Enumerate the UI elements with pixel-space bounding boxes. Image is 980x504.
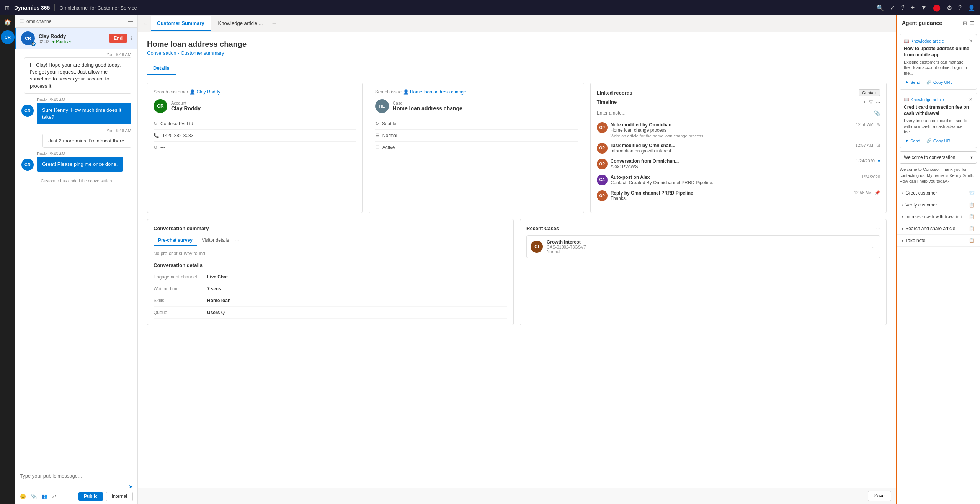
- contact-item[interactable]: CR 💬 Clay Roddy 02:32 ● Positive End ℹ: [15, 28, 137, 49]
- step-left-3: › Search and share article: [902, 226, 955, 231]
- tl-header-3: Auto-post on Alex 1/24/2020: [611, 175, 880, 180]
- contact-nav-icon[interactable]: CR: [1, 30, 15, 44]
- timeline-more-icon[interactable]: ···: [876, 99, 880, 105]
- chat-input[interactable]: [20, 469, 133, 483]
- kc-close-1[interactable]: ✕: [969, 97, 973, 102]
- emoji-icon[interactable]: 😊: [20, 494, 26, 499]
- message-row-cr-1: David, 9:46 AM CR Sure Kenny! How much t…: [21, 98, 131, 124]
- tab-knowledge-article[interactable]: Knowledge article ...: [212, 16, 269, 31]
- step-chevron-3: ›: [902, 227, 903, 231]
- settings-icon[interactable]: ⚙: [947, 4, 952, 11]
- home-icon[interactable]: 🏠: [4, 18, 11, 26]
- nav-icons: 🔍 ✓ ? + ▼ ⬤ ⚙ ? 👤: [876, 3, 975, 12]
- kc-actions-0: ➤ Send 🔗 Copy URL: [904, 79, 973, 85]
- visitor-tab[interactable]: Visitor details: [197, 235, 234, 246]
- tl-action-icon-1[interactable]: ☑: [876, 143, 880, 148]
- tab-customer-summary[interactable]: Customer Summary: [151, 16, 211, 31]
- location-icon: ↻: [375, 121, 379, 126]
- lightbulb-icon[interactable]: ?: [901, 4, 905, 11]
- tl-content-0: Note modified by Omnichan... 12:58 AM Ho…: [611, 122, 874, 138]
- help-icon[interactable]: ?: [958, 4, 962, 11]
- app-logo: Dynamics 365: [14, 5, 50, 11]
- search-icon[interactable]: 🔍: [876, 4, 884, 11]
- send-arrow-icon[interactable]: ➤: [129, 484, 133, 489]
- case-item-more-0[interactable]: ···: [872, 244, 876, 250]
- minimize-icon[interactable]: —: [128, 18, 133, 24]
- cr-avatar-2: CR: [21, 159, 34, 171]
- book-icon-0: 📖: [904, 39, 909, 44]
- panel-menu-icon[interactable]: ☰: [970, 20, 975, 26]
- tl-pin-icon-4[interactable]: 📌: [875, 190, 880, 195]
- step-item-0[interactable]: › Greet customer 📨: [897, 187, 980, 199]
- steps-list: › Greet customer 📨 › Verify customer 📋 ›: [897, 187, 980, 247]
- timeline-add-icon[interactable]: +: [863, 99, 866, 105]
- nav-separator: [54, 4, 55, 11]
- note-row: 📎: [597, 108, 880, 118]
- filter-icon[interactable]: ▼: [921, 4, 927, 11]
- customer-link[interactable]: 👤 Clay Roddy: [189, 89, 220, 95]
- book-icon-1: 📖: [904, 97, 909, 102]
- tl-action-icon-0[interactable]: ✎: [877, 122, 880, 127]
- step-chevron-0: ›: [902, 191, 903, 195]
- plus-icon[interactable]: +: [911, 4, 915, 12]
- detail-tab-details[interactable]: Details: [147, 62, 176, 75]
- recent-cases-more[interactable]: ···: [876, 226, 880, 231]
- kc-send-btn-0[interactable]: ➤ Send: [904, 79, 922, 85]
- issue-link[interactable]: 👤 Home loan address change: [403, 89, 466, 95]
- kc-close-0[interactable]: ✕: [969, 38, 973, 44]
- step-left-0: › Greet customer: [902, 190, 937, 196]
- msg-timestamp-2: You, 9:48 AM: [21, 128, 131, 133]
- checkmark-icon[interactable]: ✓: [890, 4, 895, 11]
- attachment-note-icon[interactable]: 📎: [874, 110, 880, 116]
- end-button[interactable]: End: [109, 34, 127, 43]
- recent-cases-title: Recent Cases: [526, 226, 559, 231]
- grid-icon[interactable]: ⊞: [5, 4, 10, 11]
- sender-name-1: David, 9:46 AM: [37, 98, 131, 102]
- left-sidebar: ☰ omnichannel — CR 💬 Clay Roddy 02:32 ● …: [15, 15, 138, 504]
- conv-row-2: Skills Home loan: [154, 295, 507, 307]
- timeline-actions: + ▽ ···: [863, 99, 880, 105]
- timeline-item-4: OP Reply by Omnichannel PRRD Pipeline 12…: [597, 190, 880, 202]
- timeline-header: Timeline + ▽ ···: [597, 99, 880, 105]
- save-bar: Save: [138, 488, 896, 504]
- message-row-cr-2: David, 9:46 AM CR Great! Please ping me …: [21, 152, 131, 172]
- transfer-icon[interactable]: ⇄: [52, 494, 56, 499]
- kc-copy-btn-0[interactable]: 🔗 Copy URL: [925, 79, 954, 85]
- tab-back-icon[interactable]: ←: [142, 21, 148, 27]
- step-icon-1: 📋: [969, 202, 975, 208]
- hamburger-icon[interactable]: ☰: [20, 19, 24, 24]
- tabs-more[interactable]: ···: [234, 235, 241, 246]
- timeline-item-3: CA Auto-post on Alex 1/24/2020 Contact: …: [597, 175, 880, 186]
- recent-case-item-0[interactable]: GI Growth Interest CAS-01002-T3GSV7 Norm…: [526, 235, 880, 258]
- script-dropdown-label: Welcome to conversation: [904, 155, 956, 160]
- panel-collapse-icon[interactable]: ⊞: [963, 20, 967, 26]
- step-item-3[interactable]: › Search and share article 📋: [897, 223, 980, 235]
- notification-icon[interactable]: ⬤: [933, 3, 941, 12]
- case-subtitle[interactable]: Conversation - Customer summary: [147, 50, 887, 56]
- person-icon[interactable]: 👤: [968, 4, 975, 11]
- app-name: Dynamics 365: [14, 5, 50, 11]
- script-dropdown[interactable]: Welcome to conversation ▾: [900, 151, 977, 164]
- prechat-tab[interactable]: Pre-chat survey: [154, 235, 197, 246]
- attachment-icon[interactable]: 📎: [31, 494, 37, 499]
- chat-input-area: ➤ 😊 📎 👥 ⇄ Public Internal: [15, 466, 137, 504]
- timeline-filter-icon[interactable]: ▽: [869, 99, 873, 105]
- step-item-4[interactable]: › Take note 📋: [897, 235, 980, 247]
- chat-footer-icons: 😊 📎 👥 ⇄: [20, 494, 56, 499]
- step-left-4: › Take note: [902, 238, 925, 243]
- internal-button[interactable]: Internal: [106, 492, 133, 501]
- people-icon[interactable]: 👥: [41, 494, 47, 499]
- kc-send-btn-1[interactable]: ➤ Send: [904, 137, 922, 144]
- conv-summary-title: Conversation summary: [154, 226, 507, 231]
- note-input[interactable]: [597, 108, 874, 118]
- step-item-2[interactable]: › Increase cash withdraw limit 📋: [897, 211, 980, 223]
- step-item-1[interactable]: › Verify customer 📋: [897, 199, 980, 211]
- sidebar-search: ☰ omnichannel: [20, 19, 52, 24]
- info-icon[interactable]: ℹ: [131, 36, 133, 41]
- public-button[interactable]: Public: [78, 492, 103, 501]
- kc-copy-btn-1[interactable]: 🔗 Copy URL: [925, 137, 954, 144]
- save-button[interactable]: Save: [868, 491, 891, 501]
- cr-bubble-1: Sure Kenny! How much time does it take?: [37, 103, 131, 124]
- tab-add-icon[interactable]: +: [272, 20, 276, 28]
- location-value: Seattle: [382, 121, 396, 126]
